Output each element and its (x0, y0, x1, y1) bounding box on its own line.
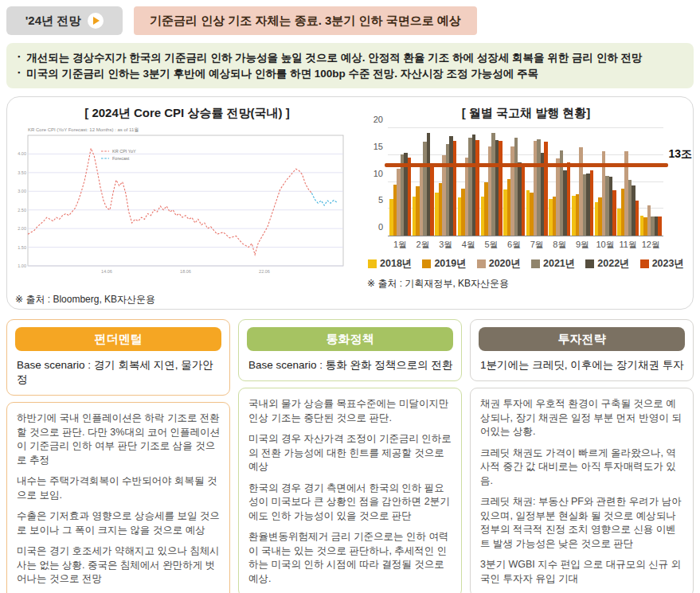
column-paragraph: 미국은 경기 호조세가 약해지고 있으나 침체시사는 없는 상황. 중국은 침체… (17, 544, 220, 587)
play-arrow-icon (88, 13, 104, 29)
bond-chart-title: [ 월별 국고채 발행 현황] (367, 103, 685, 123)
column-paragraph: 크레딧 채권도 가격이 빠르게 올라왔으나, 역사적 중간 값 대비로는 아직 … (480, 447, 683, 489)
headline-text: 기준금리 인상 기조 자체는 종료. 3분기 인하 국면으로 예상 (150, 14, 461, 29)
legend-swatch-icon (640, 259, 649, 268)
summary-bullet: ▪미국의 기준금리 인하는 3분기 후반에 예상되나 인하를 하면 100bp … (18, 66, 682, 82)
legend-item: 2019년 (422, 257, 466, 271)
y-tick-label: 1.50 (18, 245, 26, 250)
y-tick-label: 15 (367, 142, 383, 151)
bar-group-1 (389, 129, 411, 236)
x-tick-label: 9월 (572, 239, 593, 251)
legend-swatch-icon (477, 259, 486, 268)
legend-label: 2019년 (434, 257, 466, 271)
legend-item: 2022년 (585, 257, 629, 271)
legend-swatch-icon (422, 259, 431, 268)
bar-group-9 (572, 129, 593, 236)
strategy-columns: 펀더멘털Base scenario : 경기 회복세 지연, 물가안정하반기에 … (6, 319, 694, 593)
cpi-chart-section: [ 2024년 Core CPI 상승률 전망(국내) ] KR Core CP… (15, 103, 359, 304)
reference-line-label: 13조 (668, 147, 692, 162)
bar-group-10 (595, 129, 616, 236)
y-tick-label: 3.50 (18, 170, 26, 175)
legend-label: 2021년 (543, 257, 575, 271)
reference-line-13 (385, 163, 668, 167)
y-tick-label: 2.00 (18, 226, 26, 231)
bar-group-12 (640, 129, 662, 236)
column-body-card: 국내외 물가 상승률 목표수준에는 미달이지만 인상 기조는 중단된 것으로 판… (238, 388, 462, 593)
slide-page: '24년 전망 기준금리 인상 기조 자체는 종료. 3분기 인하 국면으로 예… (0, 0, 700, 593)
legend-label: 2022년 (597, 257, 629, 271)
bar-2023년 (544, 142, 548, 236)
bond-bar-chart: 0510152013조 1월2월3월4월5월6월7월8월9월10월11월12월 (367, 129, 663, 251)
bar-2023년 (522, 166, 526, 236)
legend-item: 2018년 (368, 257, 412, 271)
column-paragraph: 3분기 WGBI 지수 편입 으로 대규모의 신규 외국인 투자자 유입 기대 (480, 558, 683, 586)
x-tick-label: 22.06 (259, 269, 270, 274)
bars-row (389, 129, 662, 236)
bullet-text: 개선되는 경상수지가 한국의 기준금리 인하 가능성을 높일 것으로 예상. 안… (26, 50, 642, 66)
column-paragraph: 국내외 물가 상승률 목표수준에는 미달이지만 인상 기조는 중단된 것으로 판… (248, 397, 452, 425)
cpi-inner-title: KR Core CPI (YoY Forecast: 12 Months) : … (28, 127, 139, 132)
bar-plot-area: 0510152013조 (388, 129, 663, 236)
bullet-marker-icon: ▪ (18, 50, 20, 64)
bar-2023년 (567, 162, 571, 236)
outlook-badge-label: '24년 전망 (25, 14, 80, 29)
legend-swatch-icon (368, 259, 377, 268)
bar-group-2 (413, 129, 434, 236)
column-scenario: Base scenario : 경기 회복세 지연, 물가안정 (15, 358, 221, 387)
bar-2023년 (430, 165, 434, 236)
bar-group-8 (549, 129, 570, 236)
column-pill: 펀더멘털 (15, 327, 221, 351)
bar-2023년 (408, 158, 412, 236)
header-row: '24년 전망 기준금리 인상 기조 자체는 종료. 3분기 인하 국면으로 예… (6, 6, 694, 35)
bullet-text: 미국의 기준금리 인하는 3분기 후반에 예상되나 인하를 하면 100bp 수… (26, 66, 538, 82)
summary-bullet: ▪개선되는 경상수지가 한국의 기준금리 인하 가능성을 높일 것으로 예상. … (18, 50, 682, 66)
column-pill: 통화정책 (247, 327, 453, 351)
column-header-card: 펀더멘털Base scenario : 경기 회복세 지연, 물가안정 (6, 319, 230, 396)
bar-2023년 (499, 141, 503, 236)
legend-label: Forecast (112, 156, 130, 161)
legend-swatch-icon (585, 259, 594, 268)
y-tick-label: 20 (367, 115, 383, 124)
bar-2023년 (612, 190, 616, 236)
legend-label: 2018년 (380, 257, 412, 271)
plot-border (28, 135, 343, 266)
x-tick-label: 4월 (458, 239, 479, 251)
x-tick-label: 3월 (435, 239, 456, 251)
y-tick-label: 5 (367, 195, 383, 205)
column-paragraph: 환율변동위험제거 금리 기준으로는 인하 여력이 국내는 있는 것으로 판단하나… (248, 530, 452, 586)
y-tick-label: 10 (367, 169, 383, 178)
column-scenario: 1분기에는 크레딧, 이후에는 장기채권 투자 (479, 358, 685, 373)
bond-chart-source: ※ 출처 : 기획재정부, KB자산운용 (367, 277, 685, 291)
column-paragraph: 수출은 기저효과 영향으로 상승세를 보일 것으로 보이나 그 폭이 크지는 않… (17, 509, 220, 537)
cpi-line-chart-svg: KR Core CPI (YoY Forecast: 12 Months) : … (15, 124, 350, 280)
bar-2023년 (635, 201, 639, 236)
gridline (388, 127, 663, 128)
column-body-card: 하반기에 국내 인플레이션은 하락 기조로 전환할 것으로 판단. 다만 3%대… (6, 402, 230, 593)
headline-banner: 기준금리 인상 기조 자체는 종료. 3분기 인하 국면으로 예상 (134, 6, 477, 35)
column-paragraph: 채권 투자에 우호적 환경이 구축될 것으로 예상되나, 장기 채권은 일정 부… (480, 397, 683, 439)
charts-panel: [ 2024년 Core CPI 상승률 전망(국내) ] KR Core CP… (6, 96, 694, 310)
column-paragraph: 미국의 경우 자산가격 조정이 기준금리 인하로의 전환 가능성에 대한 힌트를… (248, 432, 452, 474)
cpi-chart-source: ※ 출처 : Bloomberg, KB자산운용 (15, 293, 359, 306)
legend-label: 2020년 (489, 257, 521, 271)
bullet-marker-icon: ▪ (18, 66, 20, 80)
bar-2023년 (475, 140, 479, 236)
strategy-column-3: 투자전략1분기에는 크레딧, 이후에는 장기채권 투자채권 투자에 우호적 환경… (470, 319, 694, 593)
bond-chart-section: [ 월별 국고채 발행 현황] 0510152013조 1월2월3월4월5월6월… (359, 103, 685, 304)
strategy-column-2: 통화정책Base scenario : 통화 완화 정책으로의 전환국내외 물가… (238, 319, 462, 593)
cpi-chart-title: [ 2024년 Core CPI 상승률 전망(국내) ] (15, 103, 359, 123)
month-axis: 1월2월3월4월5월6월7월8월9월10월11월12월 (389, 239, 662, 251)
x-tick-label: 18.06 (180, 269, 191, 274)
x-tick-label: 1월 (389, 239, 411, 251)
bar-2023년 (658, 217, 662, 236)
column-header-card: 통화정책Base scenario : 통화 완화 정책으로의 전환 (238, 319, 462, 381)
summary-bullets-box: ▪개선되는 경상수지가 한국의 기준금리 인하 가능성을 높일 것으로 예상. … (6, 43, 694, 88)
bar-2023년 (590, 170, 594, 236)
legend-item: 2020년 (477, 257, 521, 271)
column-paragraph: 한국의 경우 경기 측면에서 한국의 인하 필요성이 미국보다 큰 상황인 점을… (248, 482, 452, 524)
x-tick-label: 5월 (481, 239, 503, 251)
legend-label: KR CPI YoY (112, 149, 136, 154)
bar-group-11 (617, 129, 639, 236)
x-tick-label: 6월 (503, 239, 525, 251)
bar-group-5 (481, 129, 503, 236)
